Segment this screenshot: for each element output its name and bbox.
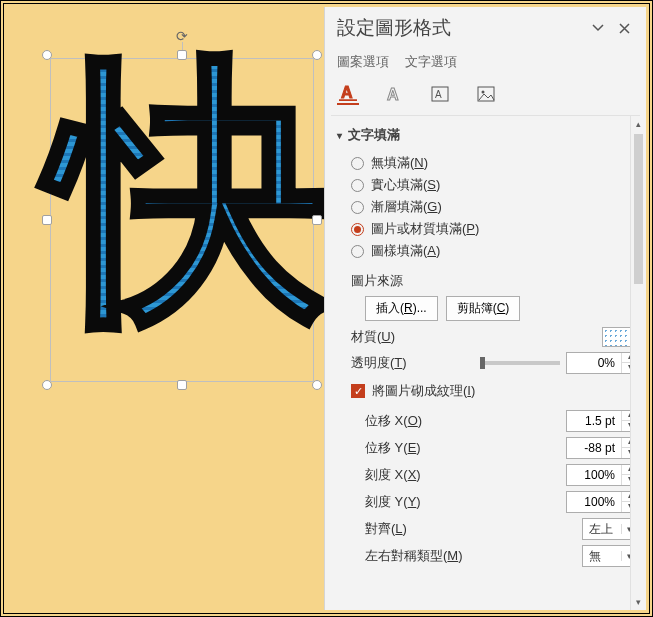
panel-menu-button[interactable]	[588, 18, 608, 38]
shape-text: 快	[52, 51, 332, 331]
tab-text-options[interactable]: 文字選項	[405, 53, 457, 71]
clipboard-button[interactable]: 剪貼簿(C)	[446, 296, 521, 321]
tile-checkbox-row[interactable]: ✓ 將圖片砌成紋理(I)	[351, 382, 638, 400]
insert-button[interactable]: 插入(R)...	[365, 296, 438, 321]
radio-pattern-fill[interactable]: 圖樣填滿(A)	[351, 240, 638, 262]
section-title: 文字填滿	[348, 126, 400, 144]
checkbox-checked-icon: ✓	[351, 384, 365, 398]
offset-x-label: 位移 X(O)	[365, 412, 566, 430]
text-effects-icon[interactable]: A	[383, 83, 405, 105]
svg-text:A: A	[341, 84, 353, 101]
panel-close-button[interactable]	[614, 18, 634, 38]
picture-source-label: 圖片來源	[351, 272, 638, 290]
resize-handle[interactable]	[42, 215, 52, 225]
resize-handle[interactable]	[312, 380, 322, 390]
radio-picture-fill[interactable]: 圖片或材質填滿(P)	[351, 218, 638, 240]
resize-handle[interactable]	[177, 380, 187, 390]
texture-label: 材質(U)	[351, 328, 602, 346]
panel-title: 設定圖形格式	[337, 15, 582, 41]
offset-y-label: 位移 Y(E)	[365, 439, 566, 457]
section-text-fill[interactable]: ▾ 文字填滿	[337, 126, 638, 144]
transparency-label: 透明度(T)	[351, 354, 480, 372]
tab-shape-options[interactable]: 圖案選項	[337, 53, 389, 71]
scale-x-input[interactable]: ▴▾	[566, 464, 638, 486]
radio-solid-fill[interactable]: 實心填滿(S)	[351, 174, 638, 196]
scale-y-label: 刻度 Y(Y)	[365, 493, 566, 511]
radio-gradient-fill[interactable]: 漸層填滿(G)	[351, 196, 638, 218]
text-fill-outline-icon[interactable]: A	[337, 83, 359, 105]
svg-point-6	[482, 91, 485, 94]
panel-scrollbar[interactable]: ▴ ▾	[630, 116, 646, 610]
format-shape-panel: 設定圖形格式 圖案選項 文字選項 A A A ▾ 文字填滿 無填滿(N) 實心填…	[324, 7, 646, 610]
resize-handle[interactable]	[312, 50, 322, 60]
svg-text:A: A	[435, 89, 442, 100]
picture-icon[interactable]	[475, 83, 497, 105]
transparency-input[interactable]: ▴▾	[566, 352, 638, 374]
offset-x-input[interactable]: ▴▾	[566, 410, 638, 432]
scale-x-label: 刻度 X(X)	[365, 466, 566, 484]
radio-no-fill[interactable]: 無填滿(N)	[351, 152, 638, 174]
resize-handle[interactable]	[177, 50, 187, 60]
mirror-type-label: 左右對稱類型(M)	[365, 547, 582, 565]
canvas-area[interactable]: ⟳ 快 快	[7, 7, 324, 610]
offset-y-input[interactable]: ▴▾	[566, 437, 638, 459]
selected-shape[interactable]: ⟳ 快 快	[47, 55, 317, 385]
resize-handle[interactable]	[312, 215, 322, 225]
resize-handle[interactable]	[42, 380, 52, 390]
resize-handle[interactable]	[42, 50, 52, 60]
textbox-icon[interactable]: A	[429, 83, 451, 105]
transparency-slider[interactable]	[480, 361, 560, 365]
svg-text:A: A	[387, 86, 399, 103]
scale-y-input[interactable]: ▴▾	[566, 491, 638, 513]
chevron-down-icon: ▾	[337, 130, 342, 141]
alignment-label: 對齊(L)	[365, 520, 582, 538]
